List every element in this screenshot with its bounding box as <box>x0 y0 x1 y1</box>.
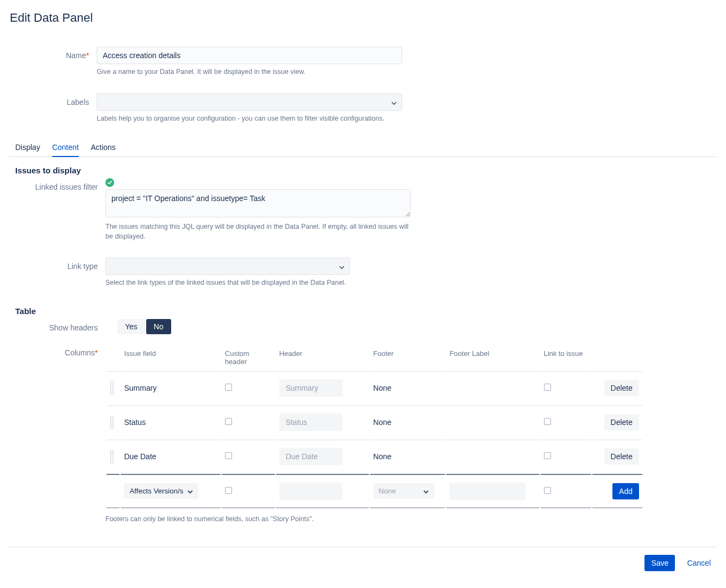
show-headers-no[interactable]: No <box>146 319 171 334</box>
jql-input[interactable]: project = "IT Operations" and issuetype=… <box>105 189 411 217</box>
add-column-row: Affects Version/sNoneAdd <box>107 474 642 508</box>
labels-help: Labels help you to organise your configu… <box>97 114 406 124</box>
custom-header-checkbox[interactable] <box>225 487 232 494</box>
footer-value: None <box>370 405 446 439</box>
th-footer-label: Footer Label <box>446 345 539 370</box>
th-footer: Footer <box>370 345 446 370</box>
drag-handle-icon[interactable] <box>110 381 114 395</box>
section-issues-title: Issues to display <box>15 166 717 175</box>
columns-footer-note: Footers can only be linked to numerical … <box>105 515 643 524</box>
link-to-issue-checkbox[interactable] <box>544 384 551 391</box>
labels-select[interactable] <box>97 93 402 111</box>
footer-value: None <box>370 440 446 473</box>
table-row: SummarySummaryNoneDelete <box>107 371 642 404</box>
jql-help: The issues matching this JQL query will … <box>105 222 415 241</box>
custom-header-checkbox[interactable] <box>225 452 232 459</box>
tabs: Display Content Actions <box>9 140 717 157</box>
name-input[interactable] <box>97 47 402 64</box>
name-label: Name* <box>9 47 97 60</box>
name-help: Give a name to your Data Panel. It will … <box>97 67 406 77</box>
footer-label-input[interactable] <box>449 483 525 500</box>
link-type-help: Select the link types of the linked issu… <box>105 278 415 288</box>
link-type-label: Link type <box>9 258 105 271</box>
link-to-issue-checkbox[interactable] <box>544 418 551 425</box>
link-to-issue-checkbox[interactable] <box>544 487 551 494</box>
table-row: Due DateDue DateNoneDelete <box>107 440 642 473</box>
section-table-title: Table <box>15 306 717 316</box>
custom-header-checkbox[interactable] <box>225 384 232 391</box>
chevron-down-icon <box>423 487 429 495</box>
cancel-button[interactable]: Cancel <box>680 555 717 571</box>
th-header: Header <box>276 345 369 370</box>
tab-display[interactable]: Display <box>15 140 40 157</box>
columns-label: Columns* <box>9 344 105 357</box>
delete-button[interactable]: Delete <box>604 380 639 396</box>
header-placeholder[interactable]: Status <box>279 414 342 431</box>
header-placeholder[interactable]: Summary <box>279 379 342 397</box>
chevron-down-icon <box>187 487 193 495</box>
column-field-name: Due Date <box>121 440 220 473</box>
header-placeholder[interactable]: Due Date <box>279 448 342 465</box>
check-icon <box>105 178 114 187</box>
drag-handle-icon[interactable] <box>110 415 114 429</box>
tab-content[interactable]: Content <box>52 140 79 157</box>
th-custom-header: Custom header <box>222 345 275 370</box>
header-input[interactable] <box>279 483 342 500</box>
save-button[interactable]: Save <box>644 555 675 571</box>
link-to-issue-checkbox[interactable] <box>544 452 551 459</box>
labels-label: Labels <box>9 93 97 107</box>
table-row: StatusStatusNoneDelete <box>107 405 642 439</box>
column-field-name: Summary <box>121 371 220 404</box>
issue-field-select[interactable]: Affects Version/s <box>124 483 198 499</box>
link-type-select[interactable] <box>105 258 350 275</box>
custom-header-checkbox[interactable] <box>225 418 232 425</box>
drag-handle-icon[interactable] <box>110 449 114 464</box>
footer-select[interactable]: None <box>373 483 434 499</box>
th-issue-field: Issue field <box>121 345 220 370</box>
delete-button[interactable]: Delete <box>604 448 639 465</box>
column-field-name: Status <box>121 405 220 439</box>
add-button[interactable]: Add <box>612 483 639 499</box>
show-headers-yes[interactable]: Yes <box>117 319 145 334</box>
footer-value: None <box>370 371 446 404</box>
th-link-to-issue: Link to issue <box>541 345 592 370</box>
delete-button[interactable]: Delete <box>604 414 639 430</box>
show-headers-label: Show headers <box>9 319 105 332</box>
linked-issues-filter-label: Linked issues filter <box>9 178 105 191</box>
tab-actions[interactable]: Actions <box>91 140 116 157</box>
page-title: Edit Data Panel <box>10 11 717 25</box>
